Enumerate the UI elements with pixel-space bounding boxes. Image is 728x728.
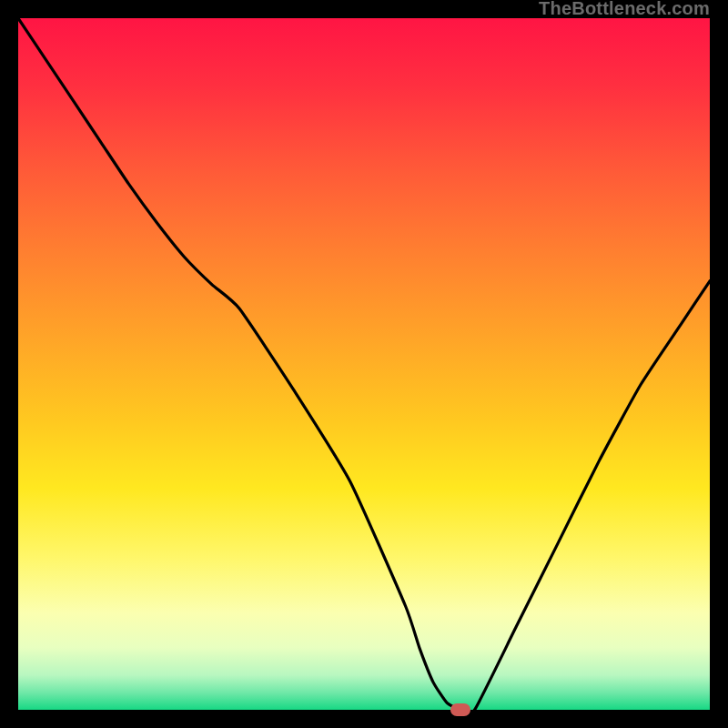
watermark-text: TheBottleneck.com [539, 0, 710, 19]
chart-frame: TheBottleneck.com [18, 18, 710, 710]
optimum-marker [450, 703, 470, 716]
background-gradient [18, 18, 710, 710]
